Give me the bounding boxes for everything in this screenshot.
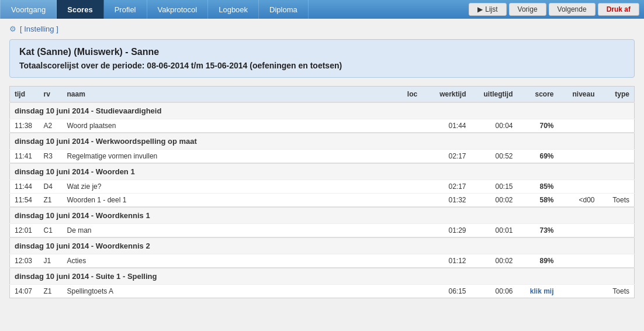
- print-button[interactable]: Druk af: [598, 3, 639, 16]
- cell-werktijd: 01:44: [424, 119, 471, 133]
- cell-naam: Woorden 1 - deel 1: [63, 194, 401, 208]
- table-group-header: dinsdag 10 juni 2014 - Woordkennis 1: [10, 207, 635, 224]
- cell-score: 69%: [518, 150, 559, 164]
- main-content: ⚙ [ Instelling ] Kat (Sanne) (Muiswerk) …: [0, 19, 644, 304]
- tab-scores[interactable]: Scores: [57, 0, 103, 19]
- cell-naam: Spellingtoets A: [63, 285, 401, 298]
- cell-score: 85%: [518, 180, 559, 194]
- cell-naam: Woord plaatsen: [63, 119, 401, 133]
- cell-uitlegtijd: 00:01: [471, 224, 518, 238]
- top-navigation: Voortgang Scores Profiel Vakprotocol Log…: [0, 0, 644, 19]
- cell-tijd: 11:44: [10, 180, 39, 194]
- cell-naam: Wat zie je?: [63, 180, 401, 194]
- cell-rv: Z1: [39, 285, 63, 298]
- info-box: Kat (Sanne) (Muiswerk) - Sanne Totaalsco…: [9, 39, 635, 78]
- cell-type: Toets: [600, 285, 635, 298]
- col-header-loc: loc: [401, 87, 424, 103]
- table-row: 11:54Z1Woorden 1 - deel 101:3200:0258%<d…: [10, 194, 635, 208]
- tab-profiel[interactable]: Profiel: [104, 0, 147, 19]
- cell-rv: D4: [39, 180, 63, 194]
- cell-uitlegtijd: 00:04: [471, 119, 518, 133]
- col-header-tijd: tijd: [10, 87, 39, 103]
- cell-score: 73%: [518, 224, 559, 238]
- cell-type: [600, 224, 635, 238]
- cell-type: [600, 119, 635, 133]
- cell-naam: Acties: [63, 254, 401, 268]
- cell-type: Toets: [600, 194, 635, 208]
- tab-vakprotocol[interactable]: Vakprotocol: [147, 0, 209, 19]
- cell-niveau: [559, 285, 600, 298]
- cell-tijd: 12:01: [10, 224, 39, 238]
- settings-row: ⚙ [ Instelling ]: [9, 25, 635, 33]
- table-row: 14:07Z1Spellingtoets A06:1500:06klik mij…: [10, 285, 635, 298]
- cell-tijd: 11:54: [10, 194, 39, 208]
- col-header-werktijd: werktijd: [424, 87, 471, 103]
- cell-loc: [401, 254, 424, 268]
- cell-score: 58%: [518, 194, 559, 208]
- cell-score: 70%: [518, 119, 559, 133]
- cell-loc: [401, 119, 424, 133]
- cell-werktijd: 06:15: [424, 285, 471, 298]
- list-button[interactable]: ▶ Lijst: [469, 3, 506, 16]
- cell-score[interactable]: klik mij: [518, 285, 559, 298]
- cell-type: [600, 180, 635, 194]
- table-group-header: dinsdag 10 juni 2014 - Woorden 1: [10, 163, 635, 180]
- cell-loc: [401, 285, 424, 298]
- cell-werktijd: 02:17: [424, 180, 471, 194]
- col-header-rv: rv: [39, 87, 63, 103]
- cell-werktijd: 01:32: [424, 194, 471, 208]
- table-row: 11:44D4Wat zie je?02:1700:1585%: [10, 180, 635, 194]
- table-row: 11:41R3Regelmatige vormen invullen02:170…: [10, 150, 635, 164]
- table-row: 12:03J1Acties01:1200:0289%: [10, 254, 635, 268]
- table-group-header: dinsdag 10 juni 2014 - Suite 1 - Spellin…: [10, 268, 635, 285]
- table-row: 12:01C1De man01:2900:0173%: [10, 224, 635, 238]
- cell-tijd: 11:38: [10, 119, 39, 133]
- prev-button[interactable]: Vorige: [509, 3, 546, 16]
- cell-naam: Regelmatige vormen invullen: [63, 150, 401, 164]
- cell-score: 89%: [518, 254, 559, 268]
- cell-rv: C1: [39, 224, 63, 238]
- table-body: dinsdag 10 juni 2014 - Studievaardigheid…: [10, 102, 635, 298]
- cell-tijd: 12:03: [10, 254, 39, 268]
- cell-werktijd: 01:12: [424, 254, 471, 268]
- list-icon: ▶: [477, 5, 483, 13]
- next-button[interactable]: Volgende: [549, 3, 595, 16]
- cell-werktijd: 01:29: [424, 224, 471, 238]
- cell-rv: R3: [39, 150, 63, 164]
- cell-uitlegtijd: 00:06: [471, 285, 518, 298]
- cell-tijd: 11:41: [10, 150, 39, 164]
- cell-niveau: [559, 119, 600, 133]
- cell-loc: [401, 180, 424, 194]
- cell-uitlegtijd: 00:02: [471, 254, 518, 268]
- cell-naam: De man: [63, 224, 401, 238]
- cell-loc: [401, 150, 424, 164]
- cell-type: [600, 254, 635, 268]
- tab-voortgang[interactable]: Voortgang: [0, 0, 57, 19]
- col-header-naam: naam: [63, 87, 401, 103]
- table-group-header: dinsdag 10 juni 2014 - Studievaardigheid: [10, 102, 635, 119]
- tab-logboek[interactable]: Logboek: [208, 0, 259, 19]
- cell-werktijd: 02:17: [424, 150, 471, 164]
- nav-right-buttons: ▶ Lijst Vorige Volgende Druk af: [464, 0, 644, 19]
- period-info: Totaalscorelijst over de periode: 08-06-…: [19, 61, 625, 70]
- table-header: tijd rv naam loc werktijd uitlegtijd sco…: [10, 87, 635, 103]
- table-group-header: dinsdag 10 juni 2014 - Werkwoordspelling…: [10, 133, 635, 150]
- col-header-uitlegtijd: uitlegtijd: [471, 87, 518, 103]
- cell-uitlegtijd: 00:15: [471, 180, 518, 194]
- cell-niveau: [559, 224, 600, 238]
- cell-uitlegtijd: 00:52: [471, 150, 518, 164]
- cell-tijd: 14:07: [10, 285, 39, 298]
- cell-loc: [401, 194, 424, 208]
- table-group-header: dinsdag 10 juni 2014 - Woordkennis 2: [10, 237, 635, 254]
- cell-type: [600, 150, 635, 164]
- cell-loc: [401, 224, 424, 238]
- col-header-type: type: [600, 87, 635, 103]
- gear-icon: ⚙: [9, 25, 16, 33]
- tab-diploma[interactable]: Diploma: [259, 0, 309, 19]
- nav-tabs: Voortgang Scores Profiel Vakprotocol Log…: [0, 0, 464, 19]
- student-name: Kat (Sanne) (Muiswerk) - Sanne: [19, 47, 625, 57]
- table-row: 11:38A2Woord plaatsen01:4400:0470%: [10, 119, 635, 133]
- cell-niveau: [559, 254, 600, 268]
- settings-link[interactable]: [ Instelling ]: [20, 25, 58, 33]
- cell-niveau: [559, 150, 600, 164]
